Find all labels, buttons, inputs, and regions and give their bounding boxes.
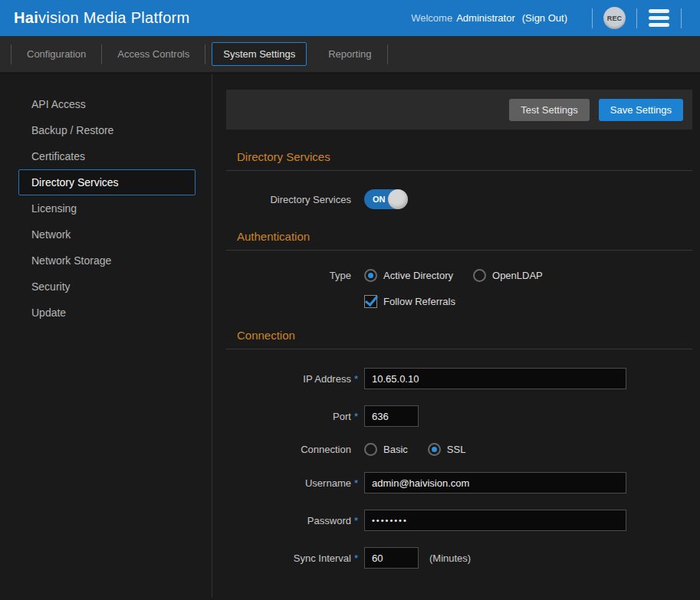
port-label: Port*: [226, 411, 358, 422]
directory-services-toggle-label: Directory Services*: [226, 194, 358, 205]
radio-active-directory[interactable]: Active Directory: [364, 269, 453, 282]
required-asterisk: *: [354, 552, 358, 564]
action-bar: Test Settings Save Settings: [226, 90, 692, 130]
sidebar-item-backup-restore[interactable]: Backup / Restore: [18, 117, 196, 143]
tab-system-settings[interactable]: System Settings: [212, 42, 307, 66]
header-divider: [681, 8, 682, 28]
follow-referrals-row: Follow Referrals: [226, 295, 692, 308]
directory-services-toggle-row: Directory Services* ON: [226, 189, 692, 209]
sidebar-item-certificates[interactable]: Certificates: [18, 143, 196, 169]
tab-reporting[interactable]: Reporting: [313, 43, 386, 65]
required-asterisk: *: [354, 411, 358, 422]
sidebar-item-network-storage[interactable]: Network Storage: [18, 248, 196, 274]
password-row: Password*: [226, 510, 692, 531]
logo-rest-text: vision Media Platform: [38, 9, 189, 26]
section-divider: [226, 349, 692, 349]
sign-out-link[interactable]: (Sign Out): [522, 12, 567, 24]
sidebar-item-update[interactable]: Update: [18, 300, 196, 326]
radio-icon: [473, 269, 486, 282]
username-row: Username*: [226, 472, 692, 493]
hamburger-bar: [649, 9, 669, 13]
tab-access-controls[interactable]: Access Controls: [102, 43, 205, 65]
ip-address-label: IP Address*: [226, 373, 358, 385]
tab-divider: [387, 44, 388, 64]
type-label: Type*: [226, 270, 358, 281]
sync-interval-row: Sync Interval* (Minutes): [226, 547, 692, 569]
checkbox-icon: [364, 295, 377, 308]
logo-bold-text: Hai: [14, 9, 38, 26]
hamburger-menu-icon[interactable]: [648, 7, 670, 29]
radio-icon: [364, 443, 377, 456]
main-nav-tabs: Configuration Access Controls System Set…: [0, 36, 700, 74]
settings-sidebar: API Access Backup / Restore Certificates…: [0, 74, 212, 598]
ip-address-row: IP Address*: [226, 368, 692, 389]
username-input[interactable]: [364, 472, 626, 493]
tab-divider: [205, 44, 205, 64]
sidebar-item-network[interactable]: Network: [18, 221, 196, 248]
directory-services-toggle[interactable]: ON: [364, 189, 407, 209]
ip-address-input[interactable]: [364, 368, 626, 389]
section-divider: [226, 250, 692, 251]
sidebar-item-security[interactable]: Security: [18, 274, 196, 300]
save-settings-button[interactable]: Save Settings: [599, 99, 683, 121]
sync-interval-unit: (Minutes): [429, 552, 471, 564]
required-asterisk: *: [354, 477, 358, 489]
password-input[interactable]: [364, 510, 626, 531]
tab-configuration[interactable]: Configuration: [12, 43, 101, 65]
required-asterisk: *: [354, 373, 358, 385]
port-input[interactable]: [364, 405, 419, 427]
username-label: Username*: [226, 477, 358, 489]
radio-icon: [364, 269, 377, 282]
rec-badge[interactable]: REC: [603, 7, 626, 29]
sync-interval-input[interactable]: [364, 547, 419, 569]
welcome-area: Welcome Administrator (Sign Out): [411, 12, 567, 24]
port-row: Port*: [226, 405, 692, 427]
sidebar-item-directory-services[interactable]: Directory Services: [18, 169, 196, 195]
app-logo: Haivision Media Platform: [14, 9, 190, 27]
toggle-knob: [388, 189, 408, 209]
connection-type-label: Connection*: [226, 444, 358, 455]
type-row: Type* Active Directory OpenLDAP: [226, 269, 692, 282]
sync-interval-label: Sync Interval*: [226, 552, 358, 564]
welcome-label: Welcome: [411, 12, 452, 24]
radio-ssl[interactable]: SSL: [428, 443, 466, 456]
test-settings-button[interactable]: Test Settings: [509, 99, 589, 121]
header-divider: [636, 8, 637, 28]
section-title-directory-services: Directory Services: [237, 150, 692, 163]
section-divider: [226, 170, 692, 171]
section-title-connection: Connection: [237, 329, 692, 342]
radio-basic[interactable]: Basic: [364, 443, 408, 456]
follow-referrals-checkbox[interactable]: Follow Referrals: [364, 295, 455, 308]
hamburger-bar: [649, 16, 669, 20]
toggle-on-label: ON: [373, 195, 386, 204]
connection-type-row: Connection* Basic SSL: [226, 443, 692, 456]
required-asterisk: *: [354, 515, 358, 526]
settings-main-panel: Test Settings Save Settings Directory Se…: [212, 74, 700, 598]
password-label: Password*: [226, 515, 358, 526]
radio-openldap[interactable]: OpenLDAP: [473, 269, 543, 282]
app-header: Haivision Media Platform Welcome Adminis…: [0, 0, 700, 36]
content-area: API Access Backup / Restore Certificates…: [0, 74, 700, 598]
current-username: Administrator: [456, 12, 515, 24]
sidebar-item-licensing[interactable]: Licensing: [18, 195, 196, 221]
section-title-authentication: Authentication: [237, 230, 692, 243]
sidebar-item-api-access[interactable]: API Access: [18, 91, 196, 117]
header-divider: [592, 8, 593, 28]
hamburger-bar: [649, 23, 669, 27]
radio-icon: [428, 443, 441, 456]
